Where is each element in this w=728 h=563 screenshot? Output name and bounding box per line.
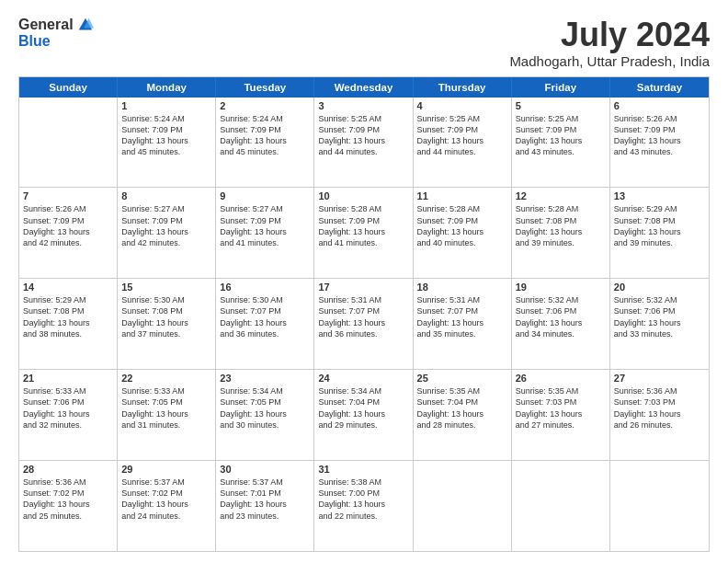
cal-cell-4-1: 29Sunrise: 5:37 AMSunset: 7:02 PMDayligh… [118, 461, 216, 551]
cell-info: Sunrise: 5:38 AMSunset: 7:00 PMDaylight:… [318, 477, 408, 522]
day-number: 22 [121, 373, 211, 384]
cal-cell-2-5: 19Sunrise: 5:32 AMSunset: 7:06 PMDayligh… [512, 279, 610, 369]
cal-cell-0-4: 4Sunrise: 5:25 AMSunset: 7:09 PMDaylight… [414, 98, 512, 188]
day-number: 15 [121, 282, 211, 293]
day-number: 23 [220, 373, 310, 384]
cal-cell-3-2: 23Sunrise: 5:34 AMSunset: 7:05 PMDayligh… [216, 370, 314, 460]
header-day-friday: Friday [512, 77, 610, 98]
logo-icon [77, 17, 94, 33]
cal-cell-1-0: 7Sunrise: 5:26 AMSunset: 7:09 PMDaylight… [19, 188, 118, 278]
cell-info: Sunrise: 5:35 AMSunset: 7:03 PMDaylight:… [516, 385, 606, 431]
cell-info: Sunrise: 5:27 AMSunset: 7:09 PMDaylight:… [121, 203, 211, 248]
cell-info: Sunrise: 5:27 AMSunset: 7:09 PMDaylight:… [220, 203, 310, 248]
calendar-row-1: 7Sunrise: 5:26 AMSunset: 7:09 PMDaylight… [19, 188, 709, 279]
header-day-wednesday: Wednesday [314, 77, 413, 98]
cal-cell-0-2: 2Sunrise: 5:24 AMSunset: 7:09 PMDaylight… [216, 98, 314, 188]
day-number: 10 [318, 190, 408, 201]
day-number: 26 [516, 373, 606, 384]
cell-info: Sunrise: 5:28 AMSunset: 7:08 PMDaylight:… [516, 203, 606, 248]
cell-info: Sunrise: 5:37 AMSunset: 7:01 PMDaylight:… [220, 477, 310, 522]
cal-cell-1-5: 12Sunrise: 5:28 AMSunset: 7:08 PMDayligh… [512, 188, 610, 278]
day-number: 18 [417, 282, 507, 293]
cell-info: Sunrise: 5:36 AMSunset: 7:03 PMDaylight:… [614, 385, 705, 431]
cal-cell-1-2: 9Sunrise: 5:27 AMSunset: 7:09 PMDaylight… [216, 188, 314, 278]
cal-cell-2-2: 16Sunrise: 5:30 AMSunset: 7:07 PMDayligh… [216, 279, 314, 369]
cal-cell-2-4: 18Sunrise: 5:31 AMSunset: 7:07 PMDayligh… [414, 279, 512, 369]
day-number: 17 [318, 282, 408, 293]
cell-info: Sunrise: 5:26 AMSunset: 7:09 PMDaylight:… [614, 113, 705, 158]
cell-info: Sunrise: 5:30 AMSunset: 7:07 PMDaylight:… [220, 294, 310, 339]
day-number: 16 [220, 282, 310, 293]
cal-cell-0-3: 3Sunrise: 5:25 AMSunset: 7:09 PMDaylight… [314, 98, 413, 188]
day-number: 20 [614, 282, 705, 293]
cal-cell-4-4 [414, 461, 512, 551]
cal-cell-0-1: 1Sunrise: 5:24 AMSunset: 7:09 PMDaylight… [118, 98, 216, 188]
cell-info: Sunrise: 5:29 AMSunset: 7:08 PMDaylight:… [614, 203, 705, 248]
month-title: July 2024 [509, 17, 710, 53]
day-number: 5 [516, 100, 606, 111]
cell-info: Sunrise: 5:32 AMSunset: 7:06 PMDaylight:… [614, 294, 705, 339]
calendar-row-0: 1Sunrise: 5:24 AMSunset: 7:09 PMDaylight… [19, 98, 709, 189]
cell-info: Sunrise: 5:30 AMSunset: 7:08 PMDaylight:… [121, 294, 211, 339]
header-day-thursday: Thursday [414, 77, 512, 98]
cal-cell-3-4: 25Sunrise: 5:35 AMSunset: 7:04 PMDayligh… [414, 370, 512, 460]
day-number: 6 [614, 100, 705, 111]
cal-cell-4-0: 28Sunrise: 5:36 AMSunset: 7:02 PMDayligh… [19, 461, 118, 551]
day-number: 30 [220, 464, 310, 475]
cal-cell-0-5: 5Sunrise: 5:25 AMSunset: 7:09 PMDaylight… [512, 98, 610, 188]
cell-info: Sunrise: 5:35 AMSunset: 7:04 PMDaylight:… [417, 385, 507, 431]
day-number: 21 [23, 373, 113, 384]
day-number: 14 [23, 282, 113, 293]
cell-info: Sunrise: 5:25 AMSunset: 7:09 PMDaylight:… [417, 113, 507, 158]
cell-info: Sunrise: 5:28 AMSunset: 7:09 PMDaylight:… [318, 203, 408, 248]
header-day-monday: Monday [118, 77, 216, 98]
cell-info: Sunrise: 5:33 AMSunset: 7:06 PMDaylight:… [23, 385, 113, 431]
day-number: 29 [121, 464, 211, 475]
cal-cell-3-6: 27Sunrise: 5:36 AMSunset: 7:03 PMDayligh… [610, 370, 709, 460]
cell-info: Sunrise: 5:29 AMSunset: 7:08 PMDaylight:… [23, 294, 113, 339]
calendar-body: 1Sunrise: 5:24 AMSunset: 7:09 PMDaylight… [19, 98, 709, 551]
cal-cell-3-3: 24Sunrise: 5:34 AMSunset: 7:04 PMDayligh… [314, 370, 413, 460]
day-number: 9 [220, 190, 310, 201]
logo: General Blue [18, 17, 94, 50]
day-number: 8 [121, 190, 211, 201]
cell-info: Sunrise: 5:34 AMSunset: 7:05 PMDaylight:… [220, 385, 310, 431]
header: General Blue July 2024 Madhogarh, Uttar … [18, 17, 710, 69]
calendar-row-4: 28Sunrise: 5:36 AMSunset: 7:02 PMDayligh… [19, 461, 709, 551]
cal-cell-1-3: 10Sunrise: 5:28 AMSunset: 7:09 PMDayligh… [314, 188, 413, 278]
cell-info: Sunrise: 5:28 AMSunset: 7:09 PMDaylight:… [417, 203, 507, 248]
day-number: 31 [318, 464, 408, 475]
cal-cell-1-1: 8Sunrise: 5:27 AMSunset: 7:09 PMDaylight… [118, 188, 216, 278]
header-day-tuesday: Tuesday [216, 77, 314, 98]
header-day-saturday: Saturday [610, 77, 709, 98]
day-number: 12 [516, 190, 606, 201]
cell-info: Sunrise: 5:36 AMSunset: 7:02 PMDaylight:… [23, 477, 113, 522]
cal-cell-0-0 [19, 98, 118, 188]
day-number: 24 [318, 373, 408, 384]
cal-cell-3-1: 22Sunrise: 5:33 AMSunset: 7:05 PMDayligh… [118, 370, 216, 460]
cell-info: Sunrise: 5:33 AMSunset: 7:05 PMDaylight:… [121, 385, 211, 431]
day-number: 13 [614, 190, 705, 201]
day-number: 19 [516, 282, 606, 293]
day-number: 7 [23, 190, 113, 201]
cal-cell-4-6 [610, 461, 709, 551]
subtitle: Madhogarh, Uttar Pradesh, India [509, 53, 710, 69]
calendar-header: SundayMondayTuesdayWednesdayThursdayFrid… [19, 77, 709, 98]
day-number: 11 [417, 190, 507, 201]
page: General Blue July 2024 Madhogarh, Uttar … [0, 0, 728, 563]
cal-cell-3-0: 21Sunrise: 5:33 AMSunset: 7:06 PMDayligh… [19, 370, 118, 460]
day-number: 27 [614, 373, 705, 384]
cell-info: Sunrise: 5:31 AMSunset: 7:07 PMDaylight:… [318, 294, 408, 339]
cell-info: Sunrise: 5:31 AMSunset: 7:07 PMDaylight:… [417, 294, 507, 339]
cal-cell-4-5 [512, 461, 610, 551]
cell-info: Sunrise: 5:32 AMSunset: 7:06 PMDaylight:… [516, 294, 606, 339]
cal-cell-2-6: 20Sunrise: 5:32 AMSunset: 7:06 PMDayligh… [610, 279, 709, 369]
cell-info: Sunrise: 5:24 AMSunset: 7:09 PMDaylight:… [121, 113, 211, 158]
cal-cell-4-3: 31Sunrise: 5:38 AMSunset: 7:00 PMDayligh… [314, 461, 413, 551]
cal-cell-2-0: 14Sunrise: 5:29 AMSunset: 7:08 PMDayligh… [19, 279, 118, 369]
cal-cell-3-5: 26Sunrise: 5:35 AMSunset: 7:03 PMDayligh… [512, 370, 610, 460]
cell-info: Sunrise: 5:24 AMSunset: 7:09 PMDaylight:… [220, 113, 310, 158]
day-number: 28 [23, 464, 113, 475]
header-day-sunday: Sunday [19, 77, 118, 98]
logo-general: General [18, 17, 74, 33]
